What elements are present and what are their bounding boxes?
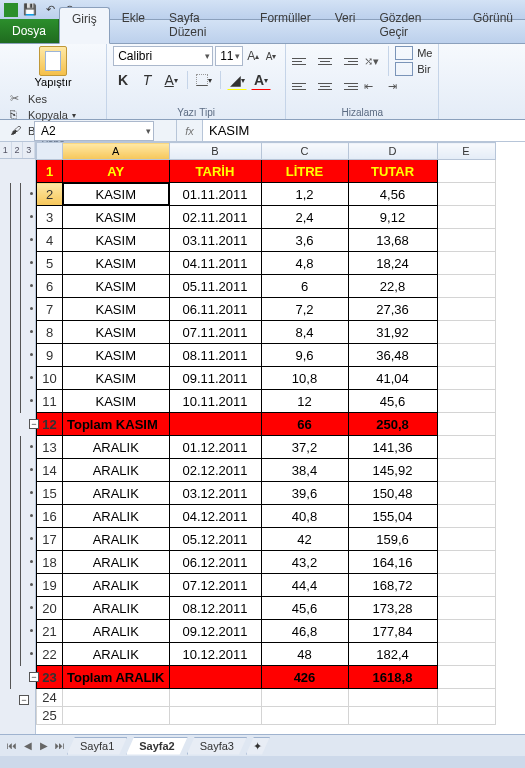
cell[interactable]: 2,4: [262, 206, 348, 228]
cell[interactable]: 1618,8: [349, 666, 437, 688]
cell[interactable]: 13,68: [349, 229, 437, 251]
cell[interactable]: 07.12.2011: [170, 574, 261, 596]
cell[interactable]: 09.12.2011: [170, 620, 261, 642]
orientation-button[interactable]: ⤭▾: [364, 53, 382, 69]
cell[interactable]: 10.11.2011: [170, 390, 261, 412]
cell[interactable]: 12: [262, 390, 348, 412]
cell[interactable]: KASIM: [63, 321, 169, 343]
cell[interactable]: 31,92: [349, 321, 437, 343]
cell[interactable]: 155,04: [349, 505, 437, 527]
outline-collapse-button[interactable]: −: [29, 419, 39, 429]
row-header-3[interactable]: 3: [37, 206, 63, 229]
cell[interactable]: 45,6: [349, 390, 437, 412]
cell[interactable]: 250,8: [349, 413, 437, 435]
cell[interactable]: 182,4: [349, 643, 437, 665]
cell[interactable]: 145,92: [349, 459, 437, 481]
cell[interactable]: 164,16: [349, 551, 437, 573]
cell[interactable]: 08.11.2011: [170, 344, 261, 366]
ribbon-tab-formüller[interactable]: Formüller: [248, 7, 323, 43]
header-cell[interactable]: AY: [63, 160, 169, 182]
cell[interactable]: [170, 413, 261, 435]
font-name-combo[interactable]: Calibri: [113, 46, 213, 66]
cell[interactable]: 38,4: [262, 459, 348, 481]
cell[interactable]: 06.11.2011: [170, 298, 261, 320]
row-header-5[interactable]: 5: [37, 252, 63, 275]
cell[interactable]: [170, 666, 261, 688]
row-header-9[interactable]: 9: [37, 344, 63, 367]
decrease-indent-button[interactable]: ⇤: [364, 78, 382, 94]
cell[interactable]: 177,84: [349, 620, 437, 642]
fill-color-button[interactable]: ◢▾: [227, 70, 247, 90]
cell[interactable]: ARALIK: [63, 574, 169, 596]
cell[interactable]: 10,8: [262, 367, 348, 389]
cell[interactable]: 66: [262, 413, 348, 435]
ribbon-tab-sayfa düzeni[interactable]: Sayfa Düzeni: [157, 7, 248, 43]
cell[interactable]: 09.11.2011: [170, 367, 261, 389]
align-right-button[interactable]: [340, 78, 358, 94]
align-left-button[interactable]: [292, 78, 310, 94]
cell[interactable]: Toplam KASIM: [63, 413, 169, 435]
row-header-6[interactable]: 6: [37, 275, 63, 298]
cell[interactable]: 42: [262, 528, 348, 550]
save-icon[interactable]: 💾: [22, 2, 38, 18]
cell[interactable]: 27,36: [349, 298, 437, 320]
font-color-button[interactable]: A▾: [251, 70, 271, 90]
cell[interactable]: 141,36: [349, 436, 437, 458]
cell[interactable]: 04.12.2011: [170, 505, 261, 527]
cell[interactable]: 1,2: [262, 183, 348, 205]
ribbon-tab-ekle[interactable]: Ekle: [110, 7, 157, 43]
align-bottom-button[interactable]: [340, 53, 358, 69]
select-all-corner[interactable]: [37, 143, 63, 160]
cell[interactable]: KASIM: [63, 206, 169, 228]
ribbon-tab-giriş[interactable]: Giriş: [59, 7, 110, 44]
undo-icon[interactable]: ↶: [42, 2, 58, 18]
row-header-14[interactable]: 14: [37, 459, 63, 482]
increase-indent-button[interactable]: ⇥: [388, 78, 406, 94]
cell[interactable]: 4,56: [349, 183, 437, 205]
cell[interactable]: ARALIK: [63, 620, 169, 642]
worksheet-grid[interactable]: 123 −−− ABCDE1AYTARİHLİTRETUTAR2KASIM01.…: [0, 142, 525, 734]
row-header-21[interactable]: 21: [37, 620, 63, 643]
cell[interactable]: 37,2: [262, 436, 348, 458]
cell[interactable]: ARALIK: [63, 597, 169, 619]
col-header-D[interactable]: D: [348, 143, 437, 160]
cell[interactable]: 173,28: [349, 597, 437, 619]
col-header-E[interactable]: E: [437, 143, 495, 160]
cell[interactable]: ARALIK: [63, 482, 169, 504]
row-header-22[interactable]: 22: [37, 643, 63, 666]
paste-button[interactable]: Yapıştır: [35, 46, 71, 88]
cell[interactable]: ARALIK: [63, 505, 169, 527]
cell[interactable]: 8,4: [262, 321, 348, 343]
row-header-16[interactable]: 16: [37, 505, 63, 528]
row-header-2[interactable]: 2: [37, 183, 63, 206]
row-header-19[interactable]: 19: [37, 574, 63, 597]
cell[interactable]: 07.11.2011: [170, 321, 261, 343]
cell[interactable]: KASIM: [63, 229, 169, 251]
cell[interactable]: ARALIK: [63, 459, 169, 481]
row-header-7[interactable]: 7: [37, 298, 63, 321]
row-header-18[interactable]: 18: [37, 551, 63, 574]
cell[interactable]: 05.11.2011: [170, 275, 261, 297]
cell[interactable]: 41,04: [349, 367, 437, 389]
cell[interactable]: 04.11.2011: [170, 252, 261, 274]
cell[interactable]: 150,48: [349, 482, 437, 504]
fx-icon[interactable]: fx: [177, 120, 203, 141]
ribbon-tab-görünü[interactable]: Görünü: [461, 7, 525, 43]
cell[interactable]: 6: [262, 275, 348, 297]
cell[interactable]: KASIM: [63, 390, 169, 412]
outline-level-2[interactable]: 2: [12, 142, 24, 158]
italic-button[interactable]: T: [137, 70, 157, 90]
cell[interactable]: 44,4: [262, 574, 348, 596]
col-header-B[interactable]: B: [169, 143, 261, 160]
cell[interactable]: 18,24: [349, 252, 437, 274]
sheet-tab-sayfa3[interactable]: Sayfa3: [187, 737, 247, 755]
row-header-15[interactable]: 15: [37, 482, 63, 505]
grow-font-button[interactable]: A▴: [245, 47, 261, 65]
cell[interactable]: 08.12.2011: [170, 597, 261, 619]
cell[interactable]: KASIM: [63, 252, 169, 274]
sheet-tab-sayfa1[interactable]: Sayfa1: [67, 737, 127, 755]
outline-collapse-button[interactable]: −: [29, 672, 39, 682]
cell[interactable]: 40,8: [262, 505, 348, 527]
cell[interactable]: ARALIK: [63, 551, 169, 573]
sheet-nav-prev[interactable]: ◀: [20, 738, 36, 754]
